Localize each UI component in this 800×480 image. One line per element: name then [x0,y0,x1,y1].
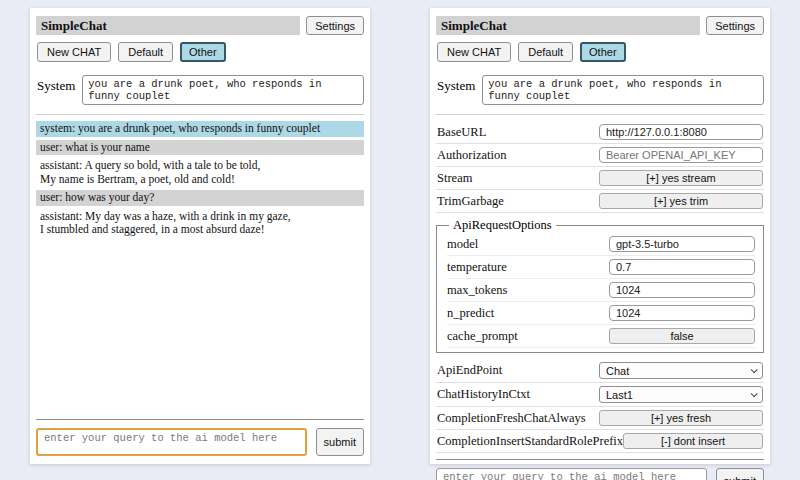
completion-insert-label: CompletionInsertStandardRolePrefix [437,434,623,449]
authorization-input[interactable] [599,147,763,163]
n-predict-label: n_predict [447,306,494,321]
stream-toggle-button[interactable]: [+] yes stream [599,170,763,186]
chevron-down-icon [751,366,758,373]
session-button-other[interactable]: Other [580,42,626,62]
divider [36,114,364,115]
temperature-label: temperature [447,260,507,275]
setting-row-max-tokens: max_tokens [447,279,755,302]
chat-message-user: user: what is your name [36,140,364,156]
authorization-label: Authorization [437,148,506,163]
setting-row-completion-fresh: CompletionFreshChatAlways [+] yes fresh [436,407,764,430]
title-bar: SimpleChat Settings [436,16,764,35]
new-chat-button[interactable]: New CHAT [437,42,511,62]
submit-button[interactable]: submit [316,428,364,456]
cache-prompt-label: cache_prompt [447,329,518,344]
trimgarbage-label: TrimGarbage [437,194,504,209]
system-prompt-row: System you are a drunk poet, who respond… [37,75,364,105]
system-prompt-input[interactable]: you are a drunk poet, who responds in fu… [482,75,764,105]
query-area: submit [36,419,364,456]
model-label: model [447,237,478,252]
divider [436,114,764,115]
settings-button[interactable]: Settings [706,16,764,35]
setting-row-n-predict: n_predict [447,302,755,325]
settings-panel: SimpleChat Settings New CHAT Default Oth… [430,8,770,464]
system-prompt-label: System [437,75,475,94]
api-endpoint-label: ApiEndPoint [437,363,502,378]
user-query-input[interactable] [436,468,707,480]
setting-row-temperature: temperature [447,256,755,279]
query-area: submit [436,459,764,480]
api-request-options-legend: ApiRequestOptions [449,218,556,233]
max-tokens-label: max_tokens [447,283,507,298]
cache-prompt-toggle-button[interactable]: false [609,328,755,344]
chat-message-system: system: you are a drunk poet, who respon… [36,121,364,137]
n-predict-input[interactable] [609,305,755,321]
chat-message-assistant: assistant: A query so bold, with a tale … [36,158,364,187]
submit-button[interactable]: submit [716,468,764,480]
setting-row-completion-insert: CompletionInsertStandardRolePrefix [-] d… [436,430,764,453]
chat-message-user: user: how was your day? [36,190,364,206]
stream-label: Stream [437,171,472,186]
model-input[interactable] [609,236,755,252]
chat-history-select[interactable]: Last1 [599,386,763,403]
session-button-other[interactable]: Other [180,42,226,62]
chat-message-assistant: assistant: My day was a haze, with a dri… [36,209,364,238]
session-row: New CHAT Default Other [437,42,764,62]
completion-fresh-label: CompletionFreshChatAlways [437,411,586,426]
app-title: SimpleChat [36,16,300,35]
baseurl-input[interactable] [599,124,763,140]
completion-insert-toggle-button[interactable]: [-] dont insert [623,433,763,449]
app-title: SimpleChat [436,16,700,35]
system-prompt-label: System [37,75,75,94]
api-endpoint-selected-value: Chat [606,365,629,377]
settings-button[interactable]: Settings [306,16,364,35]
system-prompt-row: System you are a drunk poet, who respond… [437,75,764,105]
setting-row-stream: Stream [+] yes stream [436,167,764,190]
completion-fresh-toggle-button[interactable]: [+] yes fresh [599,410,763,426]
session-row: New CHAT Default Other [37,42,364,62]
session-button-default[interactable]: Default [118,42,173,62]
setting-row-authorization: Authorization [436,144,764,167]
temperature-input[interactable] [609,259,755,275]
max-tokens-input[interactable] [609,282,755,298]
api-endpoint-select[interactable]: Chat [599,362,763,379]
chat-history-selected-value: Last1 [606,389,633,401]
baseurl-label: BaseURL [437,125,486,140]
chevron-down-icon [751,390,758,397]
user-query-input[interactable] [36,428,307,456]
settings-list: BaseURL Authorization Stream [+] yes str… [436,121,764,453]
trimgarbage-toggle-button[interactable]: [+] yes trim [599,193,763,209]
system-prompt-input[interactable]: you are a drunk poet, who responds in fu… [82,75,364,105]
setting-row-trimgarbage: TrimGarbage [+] yes trim [436,190,764,213]
api-request-options-group: ApiRequestOptions model temperature max_… [436,218,764,353]
setting-row-baseurl: BaseURL [436,121,764,144]
new-chat-button[interactable]: New CHAT [37,42,111,62]
session-button-default[interactable]: Default [518,42,573,62]
chat-message-list: system: you are a drunk poet, who respon… [36,121,364,241]
setting-row-chat-history: ChatHistoryInCtxt Last1 [436,383,764,407]
setting-row-api-endpoint: ApiEndPoint Chat [436,359,764,383]
chat-panel: SimpleChat Settings New CHAT Default Oth… [30,8,370,464]
chat-history-label: ChatHistoryInCtxt [437,387,530,402]
setting-row-cache-prompt: cache_prompt false [447,325,755,348]
setting-row-model: model [447,233,755,256]
title-bar: SimpleChat Settings [36,16,364,35]
spacer [36,241,364,414]
